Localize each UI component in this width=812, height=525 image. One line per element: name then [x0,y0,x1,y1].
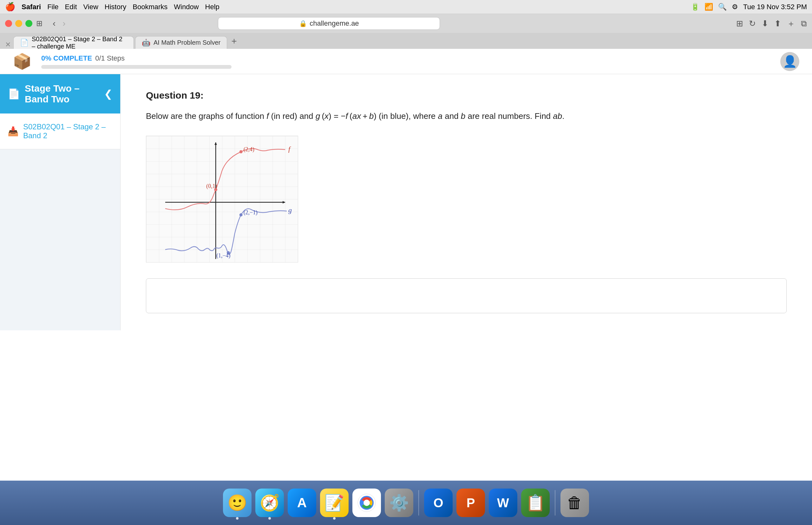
word-icon: W [497,496,509,510]
dock-powerpoint[interactable]: P [456,489,485,517]
svg-text:g: g [288,206,292,214]
back-button[interactable]: ‹ [50,18,58,29]
outlook-icon: O [433,496,443,510]
sidebar-nav-icon: 📥 [8,126,19,137]
tab-title-ai: AI Math Problem Solver [153,39,220,46]
new-tab-plus-button[interactable]: ＋ [230,35,238,47]
svg-rect-1 [146,136,298,262]
graph-svg: f (0,1) (2,4) g (2,−1) (1,−4) [146,136,298,262]
tabs-overview-button[interactable]: ⧉ [801,19,807,29]
menubar-window[interactable]: Window [174,3,198,11]
dock-safari[interactable]: 🧭 [255,489,284,517]
svg-text:(1,−4): (1,−4) [216,252,230,259]
screen-icon: 📋 [526,494,545,512]
menubar-help[interactable]: Help [205,3,220,11]
dock-trash[interactable]: 🗑 [560,489,589,517]
translate-icon[interactable]: ⊞ [736,19,743,29]
sidebar-nav-label: S02B02Q01 – Stage 2 – Band 2 [23,122,113,140]
dock-system-preferences[interactable]: ⚙️ [385,489,413,517]
trash-icon: 🗑 [567,494,583,512]
url-text: challengeme.ae [310,19,359,28]
lock-icon: 🔒 [299,20,307,27]
tab-s02b02q01[interactable]: 📄 S02B02Q01 – Stage 2 – Band 2 – challen… [13,36,134,49]
address-bar[interactable]: 🔒 challengeme.ae [218,17,440,30]
svg-text:(2,4): (2,4) [243,146,254,152]
menubar-safari[interactable]: Safari [21,3,41,11]
svg-text:(0,1): (0,1) [206,183,217,190]
system-preferences-icon: ⚙️ [389,494,409,512]
menubar-history[interactable]: History [105,3,126,11]
traffic-lights [5,20,32,27]
svg-point-9 [239,150,243,153]
percent-complete-label: 0% COMPLETE [41,54,92,62]
fullscreen-window-button[interactable] [25,20,32,27]
browser-toolbar: ⊞ ‹ › 🔒 challengeme.ae ⊞ ↻ ⬇ ⬆ ＋ ⧉ [0,14,812,33]
sidebar-doc-icon: 📄 [8,88,20,100]
dock-notes[interactable]: 📝 [320,489,349,517]
menubar-view[interactable]: View [84,3,98,11]
app-logo: 📦 [13,52,32,70]
svg-text:(2,−1): (2,−1) [243,209,257,215]
new-tab-button[interactable]: ＋ [787,18,795,29]
user-avatar[interactable]: 👤 [780,52,799,71]
answer-input[interactable] [146,278,787,313]
forward-button[interactable]: › [60,18,68,29]
dock-outlook[interactable]: O [424,489,453,517]
dock-separator-2 [555,490,556,515]
clock: Tue 19 Nov 3:52 PM [743,3,807,11]
progress-area: 0% COMPLETE 0/1 Steps [41,54,327,69]
finder-icon: 🙂 [227,494,247,512]
tab-title-active: S02B02Q01 – Stage 2 – Band 2 – challenge… [32,35,127,50]
chrome-icon [357,493,376,512]
notes-icon: 📝 [324,494,344,512]
appstore-icon: A [297,495,307,510]
question-body: Below are the graphs of function f (in r… [146,110,787,123]
tab-icon-challenge: 📄 [20,39,29,47]
battery-icon: 🔋 [691,3,699,11]
sidebar-toggle-button[interactable]: ⊞ [36,19,43,28]
svg-point-12 [239,213,243,216]
sidebar-collapse-button[interactable]: ❮ [104,88,113,100]
dock-chrome[interactable] [352,489,381,517]
download-icon[interactable]: ⬇ [762,19,769,29]
share-icon[interactable]: ⬆ [774,19,781,29]
menubar: 🍎 Safari File Edit View History Bookmark… [0,0,812,14]
tab-icon-ai: 🤖 [142,39,150,47]
reload-button[interactable]: ↻ [749,19,756,29]
safari-icon: 🧭 [260,494,279,512]
tab-ai-math[interactable]: 🤖 AI Math Problem Solver [135,36,227,49]
tabs-bar: ✕ 📄 S02B02Q01 – Stage 2 – Band 2 – chall… [0,33,812,49]
main-content: Question 19: Below are the graphs of fun… [120,74,812,330]
graph-container: f (0,1) (2,4) g (2,−1) (1,−4) [146,136,298,262]
dock-finder[interactable]: 🙂 [223,489,252,517]
svg-point-19 [364,500,370,506]
menubar-file[interactable]: File [47,3,58,11]
sidebar: 📄 Stage Two – Band Two ❮ 📥 S02B02Q01 – S… [0,74,120,330]
search-icon[interactable]: 🔍 [718,3,727,11]
powerpoint-icon: P [467,496,475,510]
menubar-bookmarks[interactable]: Bookmarks [133,3,167,11]
sidebar-item-s02b02q01[interactable]: 📥 S02B02Q01 – Stage 2 – Band 2 [0,114,120,149]
steps-label: 0/1 Steps [95,54,125,62]
tab-close-first[interactable]: ✕ [5,41,11,49]
logo-box-icon: 📦 [13,52,32,70]
sidebar-title: Stage Two – Band Two [25,83,104,105]
question-title: Question 19: [146,90,787,101]
control-center-icon[interactable]: ⚙ [732,3,738,11]
progress-bar-track [41,65,232,69]
wifi-icon: 📶 [705,3,713,11]
dock-separator [418,490,419,515]
dock-word[interactable]: W [489,489,517,517]
menubar-edit[interactable]: Edit [65,3,77,11]
sidebar-header: 📄 Stage Two – Band Two ❮ [0,74,120,114]
dock-appstore[interactable]: A [288,489,316,517]
apple-menu[interactable]: 🍎 [5,2,15,12]
dock: 🙂 🧭 A 📝 ⚙️ O P [0,481,812,525]
minimize-window-button[interactable] [15,20,22,27]
dock-screen[interactable]: 📋 [521,489,550,517]
app-top-bar: 📦 0% COMPLETE 0/1 Steps 👤 [0,49,812,74]
content-area: 📄 Stage Two – Band Two ❮ 📥 S02B02Q01 – S… [0,74,812,330]
close-window-button[interactable] [5,20,12,27]
